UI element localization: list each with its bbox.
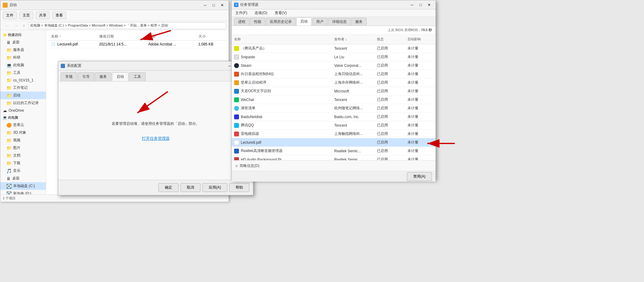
tab-services[interactable]: 服务 [95, 72, 111, 81]
statusbar-label[interactable]: 简略信息(D) [240, 163, 259, 168]
sidebar-item-desktop2[interactable]: 🖥桌面 [0, 175, 46, 182]
tab-startup-tm[interactable]: 启动 [296, 17, 312, 26]
sidebar-item-jianguoyun[interactable]: 🟠坚果云 [0, 121, 46, 129]
sidebar-item-cs[interactable]: 📁cs_01V15_1 [0, 77, 46, 84]
menu-file[interactable]: 文件(F) [234, 10, 248, 16]
table-row[interactable]: 滴答清单 杭州随笔记网络... 已启用 未计量 [232, 104, 436, 113]
sidebar-item-docs[interactable]: 📁文档 [0, 152, 46, 159]
explorer-close-button[interactable]: ✕ [218, 2, 226, 9]
sidebar-item-tools[interactable]: 📁工具 [0, 69, 46, 77]
menu-options[interactable]: 选项(O) [253, 10, 268, 16]
table-row[interactable]: BaiduNetdisk Baidu.com, Inc. 已启用 未计量 [232, 113, 436, 121]
tab-boot[interactable]: 引导 [78, 72, 94, 81]
sysconfig-cancel-button[interactable]: 取消 [180, 183, 201, 192]
nav-up-button[interactable]: ↑ [21, 23, 27, 29]
app-icon [234, 72, 239, 77]
sysconfig-apply-button[interactable]: 应用(A) [202, 183, 227, 192]
tab-tools[interactable]: 工具 [129, 72, 146, 81]
table-row[interactable]: Steam Valve Corporat... 已启用 未计量 [232, 61, 436, 70]
file-table: 名称 ↑ 修改日期 类型 大小 📄Lecture8.pdf 2021/8/11 … [49, 33, 226, 48]
tab-details[interactable]: 详细信息 [328, 18, 351, 26]
tab-users[interactable]: 用户 [312, 18, 327, 26]
tab-general[interactable]: 常规 [61, 72, 77, 81]
table-row[interactable]: 雷电模拟器 上海畅指网络科... 已启用 未计量 [232, 130, 436, 138]
sidebar-item-server[interactable]: 📁服务器 [0, 46, 46, 54]
sidebar-item-video[interactable]: 📁视频 [0, 136, 46, 144]
app-status: 已启用 [374, 104, 405, 112]
sidebar-item-thispc[interactable]: 💻此电脑 [0, 61, 46, 69]
col-name[interactable]: 名称 ↑ [49, 33, 97, 41]
taskmgr-maximize-button[interactable]: □ [417, 2, 425, 8]
taskmgr-minimize-button[interactable]: ─ [408, 2, 416, 8]
col-name-header[interactable]: 名称 [232, 36, 332, 43]
toolbar-home-button[interactable]: 主页 [19, 12, 33, 19]
col-size[interactable]: 大小 [196, 33, 226, 41]
taskmgr-icon: ⚙ [234, 3, 238, 7]
table-row[interactable]: Snipaste Le Liu 已启用 未计量 [232, 53, 436, 61]
app-impact: 未计量 [405, 53, 436, 61]
sysconfig-help-button[interactable]: 帮助 [229, 183, 249, 192]
table-row[interactable]: 向日葵远程控制64位 上海贝锐信息科... 已启用 未计量 [232, 70, 436, 78]
table-row[interactable]: WeChat Tencent 已启用 未计量 [232, 96, 436, 104]
tab-services[interactable]: 服务 [351, 18, 367, 26]
taskmgr-close-button[interactable]: ✕ [425, 2, 433, 8]
sidebar-item-research[interactable]: 📁科研 [0, 54, 46, 61]
app-status: 已启用 [374, 113, 405, 121]
sidebar-item-music[interactable]: 🎵音乐 [0, 167, 46, 175]
sidebar-item-onedrive[interactable]: ☁OneDrive [0, 107, 46, 114]
taskmgr-list[interactable]: （腾讯系产品） Tencent 已启用 未计量 Snipaste Le Liu … [232, 44, 436, 160]
tab-startup[interactable]: 启动 [112, 72, 128, 81]
open-taskmgr-link[interactable]: 打开任务管理器 [142, 135, 170, 143]
toolbar-file-button[interactable]: 文件 [3, 12, 17, 19]
sidebar-item-3d[interactable]: 📁3D 对象 [0, 129, 46, 136]
table-row[interactable]: 坚果云启动程序 上海亦存网络科... 已启用 未计量 [232, 78, 436, 87]
explorer-maximize-button[interactable]: □ [210, 2, 218, 9]
sidebar-item-downloads[interactable]: 📁下载 [0, 159, 46, 167]
sidebar-item-ddrive[interactable]: 💽新加卷 (D:) [0, 190, 46, 194]
app-publisher: 上海亦存网络科... [332, 78, 374, 87]
toolbar-share-button[interactable]: 共享 [36, 12, 50, 19]
table-row-selected[interactable]: Lecture8.pdf 已启用 未计量 [232, 138, 436, 147]
col-impact-header[interactable]: 启动影响 [405, 36, 436, 43]
app-status: 已启用 [374, 61, 405, 70]
sidebar-item-cdrive[interactable]: 💽本地磁盘 (C:) [0, 182, 46, 190]
sidebar-item-history[interactable]: 📁以往的工作记录 [0, 99, 46, 107]
app-name: 向日葵远程控制64位 [241, 71, 274, 77]
table-row[interactable]: HD Audio Background Pr... Realtek Semic.… [232, 155, 436, 160]
tab-app-history[interactable]: 应用历史记录 [266, 18, 296, 26]
nav-forward-button[interactable]: → [12, 23, 20, 29]
tab-performance[interactable]: 性能 [250, 18, 265, 26]
table-row[interactable]: （腾讯系产品） Tencent 已启用 未计量 [232, 44, 436, 53]
sidebar-item-startup[interactable]: 📁启动 [0, 92, 46, 99]
expand-icon[interactable]: ⊙ [235, 164, 238, 168]
taskmgr-menubar: 文件(F) 选项(O) 查看(V) [232, 9, 436, 17]
breadcrumb[interactable]: 此电脑 > 本地磁盘 (C:) > ProgramData > Microsof… [28, 22, 226, 29]
col-date[interactable]: 修改日期 [97, 33, 146, 41]
table-row[interactable]: Realtek高清晰音频管理器 Realtek Semic... 已启用 未计量 [232, 147, 436, 155]
sidebar-item-notes[interactable]: 📁工作笔记 [0, 84, 46, 92]
col-publisher-header[interactable]: 发布者 ↓ [332, 36, 374, 43]
toolbar-view-button[interactable]: 查看 [52, 12, 66, 19]
app-publisher: Tencent [332, 45, 374, 52]
col-type[interactable]: 类型 [146, 33, 196, 41]
tab-processes[interactable]: 进程 [234, 18, 249, 26]
col-status-header[interactable]: 状态 [374, 36, 405, 43]
sidebar-group-quickaccess: ⭐ 快速访问 [0, 31, 46, 38]
sidebar-item-pictures[interactable]: 📁图片 [0, 144, 46, 152]
sysconfig-ok-button[interactable]: 确定 [158, 183, 179, 192]
disable-button[interactable]: 禁用(A) [407, 172, 432, 181]
sidebar-item-desktop[interactable]: 🖥桌面 [0, 38, 46, 46]
taskmgr-bios-info: 上次 BIOS 所用时间： 79.5 秒 [232, 26, 436, 34]
app-publisher: 上海贝锐信息科... [332, 70, 374, 78]
app-publisher: Baidu.com, Inc. [332, 113, 374, 121]
table-row[interactable]: 📄Lecture8.pdf 2021/8/11 14:5... Adobe Ac… [49, 41, 226, 48]
table-row[interactable]: 腾讯QQ Tencent 已启用 未计量 [232, 121, 436, 130]
explorer-minimize-button[interactable]: ─ [201, 2, 209, 9]
sysconfig-titlebar: 系统配置 ─ □ ✕ [58, 61, 253, 70]
app-impact: 未计量 [405, 147, 436, 155]
menu-view[interactable]: 查看(V) [273, 10, 288, 16]
table-row[interactable]: 天若OCR文字识别 Microsoft 已启用 未计量 [232, 87, 436, 96]
app-publisher: Realtek Semic... [332, 147, 374, 155]
nav-back-button[interactable]: ← [3, 23, 11, 29]
file-name: Lecture8.pdf [57, 42, 78, 46]
